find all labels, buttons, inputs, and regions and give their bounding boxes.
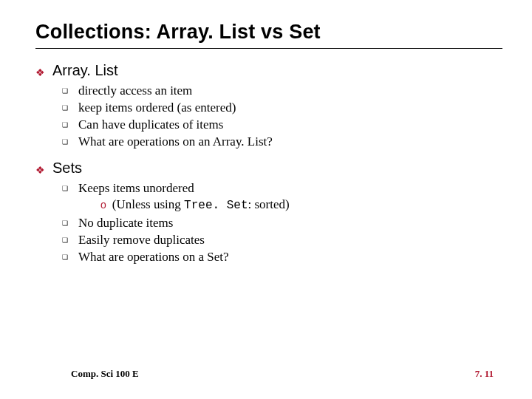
section-label: Array. List [52, 62, 118, 79]
square-bullet-icon: ❑ [62, 138, 69, 146]
list-item: ❑ What are operations on a Set? [62, 250, 502, 265]
section-arraylist: ❖ Array. List ❑ directly access an item … [35, 62, 502, 149]
item-text: directly access an item [78, 83, 192, 98]
square-bullet-icon: ❑ [62, 219, 69, 227]
list-item: ❑ keep items ordered (as entered) [62, 100, 502, 115]
sub-item-text: (Unless using Tree. Set: sorted) [112, 197, 290, 212]
sub-item: o (Unless using Tree. Set: sorted) [100, 197, 290, 212]
list-item: ❑ No duplicate items [62, 216, 502, 231]
sub-mono: Tree. Set [184, 199, 248, 212]
item-body: Keeps items unordered o (Unless using Tr… [78, 181, 290, 214]
square-bullet-icon: ❑ [62, 121, 69, 129]
section-sets: ❖ Sets ❑ Keeps items unordered o (Unless… [35, 160, 502, 265]
square-bullet-icon: ❑ [62, 236, 69, 244]
sub-list: o (Unless using Tree. Set: sorted) [100, 197, 290, 212]
item-text: Easily remove duplicates [78, 233, 205, 248]
arraylist-items: ❑ directly access an item ❑ keep items o… [62, 83, 502, 149]
list-item: ❑ directly access an item [62, 83, 502, 98]
diamond-bullet-icon: ❖ [35, 166, 45, 176]
slide-footer: Comp. Sci 100 E 7. 11 [0, 368, 532, 380]
circle-bullet-icon: o [100, 199, 106, 211]
section-label: Sets [52, 160, 82, 177]
main-list: ❖ Array. List ❑ directly access an item … [35, 62, 502, 265]
course-code: Comp. Sci 100 E [71, 368, 139, 380]
item-text: What are operations on an Array. List? [78, 134, 273, 149]
item-text: No duplicate items [78, 216, 173, 231]
list-item: ❑ Can have duplicates of items [62, 117, 502, 132]
square-bullet-icon: ❑ [62, 104, 69, 112]
square-bullet-icon: ❑ [62, 185, 69, 192]
sub-suffix: : sorted) [248, 197, 290, 211]
list-item: ❑ What are operations on an Array. List? [62, 134, 502, 149]
list-item: ❑ Keeps items unordered o (Unless using … [62, 181, 502, 214]
item-text: Can have duplicates of items [78, 117, 223, 132]
item-text: keep items ordered (as entered) [78, 100, 236, 115]
item-text: Keeps items unordered [78, 181, 194, 195]
square-bullet-icon: ❑ [62, 87, 69, 95]
sub-prefix: (Unless using [112, 197, 184, 211]
square-bullet-icon: ❑ [62, 253, 69, 261]
slide-number: 7. 11 [475, 368, 494, 380]
list-item: ❑ Easily remove duplicates [62, 233, 502, 248]
slide-title: Collections: Array. List vs Set [35, 21, 502, 49]
item-text: What are operations on a Set? [78, 250, 228, 265]
diamond-bullet-icon: ❖ [35, 68, 45, 78]
sets-items: ❑ Keeps items unordered o (Unless using … [62, 181, 502, 265]
